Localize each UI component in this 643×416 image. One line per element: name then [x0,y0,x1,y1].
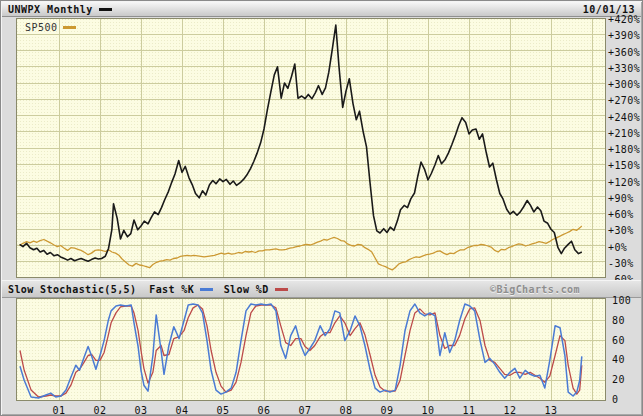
x-axis-year-label: 01 [47,405,71,416]
x-axis-year-label: 06 [252,405,276,416]
price-y-tick-label: +300% [608,80,640,90]
x-axis-year-label: 07 [293,405,317,416]
fast-k-label: Fast %K [149,284,194,295]
x-axis-year-label: 12 [498,405,522,416]
slow-d-label: Slow %D [224,284,269,295]
sp500-legend-dash-icon [63,26,76,29]
price-y-tick-label: +30% [608,226,634,236]
chart-title-bar: UNWPX Monthly 10/01/13 [2,2,641,17]
price-series-legend-dash-icon [99,8,112,11]
price-y-tick-label: +150% [608,161,640,171]
x-axis-year-label: 03 [129,405,153,416]
price-y-tick-label: +330% [608,64,640,74]
x-axis-year-label: 08 [334,405,358,416]
stochastic-y-tick-label: 20 [612,375,625,385]
stochastic-y-tick-label: 60 [612,336,625,346]
stochastic-y-axis: 100806040200 [607,298,643,408]
price-y-tick-label: +120% [608,178,640,188]
x-axis-year-label: 09 [375,405,399,416]
price-y-tick-label: +360% [608,48,640,58]
comparison-legend: SP500 [25,22,76,33]
indicator-header-bar: Slow Stochastic(5,5) Fast %K Slow %D ©Bi… [2,280,641,298]
stochastic-y-tick-label: 80 [612,316,625,326]
indicator-title: Slow Stochastic(5,5) [8,284,136,295]
price-y-tick-label: +90% [608,194,634,204]
price-y-tick-label: +240% [608,113,640,123]
stochastic-y-tick-label: 100 [612,296,631,306]
slow-d-legend-dash-icon [275,288,288,291]
price-y-tick-label: +180% [608,145,640,155]
x-axis-year-label: 13 [539,405,563,416]
fast-k-legend-dash-icon [200,288,213,291]
x-axis-year-label: 02 [88,405,112,416]
stochastic-y-tick-label: 40 [612,355,625,365]
bigcharts-window: UNWPX Monthly 10/01/13 SP500 +420%+390%+… [0,0,643,416]
x-axis-year-label: 11 [457,405,481,416]
x-axis-year-label: 05 [211,405,235,416]
x-axis-year-label: 10 [416,405,440,416]
comparison-legend-label: SP500 [25,22,58,33]
price-y-tick-label: -30% [608,259,634,269]
price-y-tick-label: +60% [608,210,634,220]
price-y-axis: +420%+390%+360%+330%+300%+270%+240%+210%… [607,18,643,284]
stochastic-canvas [16,298,606,401]
x-axis-year-label: 04 [170,405,194,416]
price-y-tick-label: +270% [608,96,640,106]
symbol-title: UNWPX Monthly [8,4,93,15]
price-chart-plot-area: SP500 [16,18,606,278]
price-chart-canvas [16,18,606,278]
x-axis: 01020304050607080910111213 [1,402,643,416]
price-y-tick-label: +390% [608,31,640,41]
stochastic-plot-area [16,298,606,401]
price-y-tick-label: +0% [608,243,627,253]
price-y-tick-label: +210% [608,129,640,139]
bigcharts-watermark: ©BigCharts.com [490,281,580,298]
price-y-tick-label: +420% [608,15,640,25]
